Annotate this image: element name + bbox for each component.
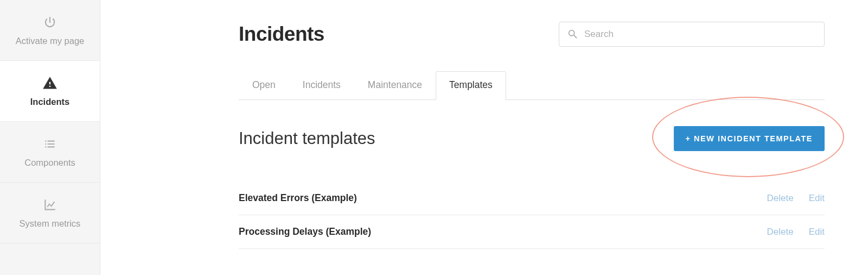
search-input[interactable] [584, 29, 816, 40]
tab-templates[interactable]: Templates [436, 71, 506, 100]
edit-link[interactable]: Edit [809, 193, 825, 204]
template-name: Processing Delays (Example) [239, 226, 371, 238]
sidebar-item-label: Activate my page [16, 36, 85, 46]
template-actions: Delete Edit [767, 193, 825, 204]
template-actions: Delete Edit [767, 227, 825, 238]
list-icon [43, 137, 57, 151]
sidebar: Activate my page Incidents Components Sy… [0, 0, 100, 275]
sidebar-item-label: Incidents [30, 97, 69, 107]
delete-link[interactable]: Delete [767, 193, 794, 204]
tab-incidents[interactable]: Incidents [289, 71, 354, 100]
sidebar-item-incidents[interactable]: Incidents [0, 61, 100, 122]
power-icon [43, 15, 57, 29]
tab-maintenance[interactable]: Maintenance [354, 71, 436, 100]
main-content: Incidents Open Incidents Maintenance Tem… [100, 0, 868, 275]
header-row: Incidents [239, 22, 825, 47]
new-incident-template-button[interactable]: + NEW INCIDENT TEMPLATE [674, 126, 825, 151]
tabs: Open Incidents Maintenance Templates [239, 71, 825, 100]
section-header: Incident templates + NEW INCIDENT TEMPLA… [239, 126, 825, 151]
chart-icon [43, 198, 57, 212]
sidebar-item-activate[interactable]: Activate my page [0, 0, 100, 61]
sidebar-item-components[interactable]: Components [0, 122, 100, 183]
edit-link[interactable]: Edit [809, 227, 825, 238]
template-list: Elevated Errors (Example) Delete Edit Pr… [239, 182, 825, 249]
warning-icon [42, 76, 58, 90]
sidebar-item-system-metrics[interactable]: System metrics [0, 183, 100, 243]
sidebar-item-label: System metrics [20, 218, 81, 229]
delete-link[interactable]: Delete [767, 227, 794, 238]
search-icon [567, 28, 579, 40]
tab-open[interactable]: Open [239, 71, 289, 100]
template-row: Elevated Errors (Example) Delete Edit [239, 182, 825, 215]
page-title: Incidents [239, 23, 324, 46]
template-name: Elevated Errors (Example) [239, 192, 357, 204]
template-row: Processing Delays (Example) Delete Edit [239, 215, 825, 249]
sidebar-item-label: Components [24, 158, 75, 168]
section-title: Incident templates [239, 129, 375, 148]
search-wrap[interactable] [559, 22, 825, 47]
